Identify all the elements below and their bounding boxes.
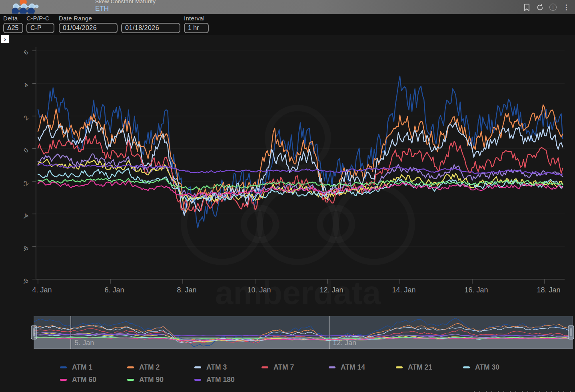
y-tick-label: 4: [22, 82, 30, 89]
legend-label: ATM 21: [408, 363, 432, 372]
legend-item-atm-1[interactable]: ATM 1: [60, 361, 127, 374]
legend-label: ATM 180: [206, 376, 235, 384]
legend-swatch: [262, 366, 268, 368]
x-tick-label: 14. Jan: [392, 286, 415, 294]
end-date-input[interactable]: 01/18/2026: [121, 23, 180, 33]
skew-line-chart: amberdata6420-2-4-6-84. Jan6. Jan8. Jan1…: [0, 40, 575, 312]
asset-name: ETH: [95, 5, 156, 12]
cp-label: C-P/P-C: [26, 15, 54, 22]
y-tick-label: -8: [21, 277, 30, 286]
legend-label: ATM 3: [206, 363, 227, 372]
watermark-text: amberdata: [215, 274, 381, 311]
amberdata-logo: [12, 0, 44, 14]
legend-item-atm-21[interactable]: ATM 21: [396, 361, 463, 374]
legend-swatch: [463, 366, 470, 368]
legend-label: ATM 2: [139, 363, 160, 372]
legend-label: ATM 30: [475, 363, 499, 372]
legend-swatch: [127, 379, 134, 381]
x-tick-label: 12. Jan: [319, 286, 343, 294]
x-tick-label: 16. Jan: [464, 286, 488, 294]
page-title: Skew Constant Maturity: [95, 0, 156, 4]
legend-item-atm-180[interactable]: ATM 180: [194, 374, 262, 386]
date-range-label: Date Range: [59, 15, 180, 22]
interval-label: Interval: [184, 15, 209, 22]
cp-filter: C-P/P-C C-P: [26, 15, 54, 33]
delta-label: Delta: [3, 15, 23, 22]
interval-filter: Interval 1 hr: [184, 15, 209, 33]
cp-select[interactable]: C-P: [26, 23, 54, 33]
date-range-filter: Date Range 01/04/2026 01/18/2026: [59, 15, 180, 33]
legend-swatch: [329, 366, 335, 368]
refresh-icon[interactable]: [535, 2, 545, 12]
skew-constant-maturity-page: { "header": { "title": "Skew Constant Ma…: [0, 0, 575, 392]
legend-label: ATM 7: [274, 363, 294, 372]
delta-select[interactable]: Δ25: [3, 23, 23, 33]
chart-navigator[interactable]: 5. Jan12. Jan: [0, 316, 575, 349]
legend-item-atm-2[interactable]: ATM 2: [127, 361, 194, 374]
interval-select[interactable]: 1 hr: [184, 23, 209, 33]
y-tick-label: -6: [21, 244, 30, 253]
x-tick-label: 6. Jan: [104, 286, 124, 294]
legend-label: ATM 14: [341, 363, 365, 372]
legend-item-atm-60[interactable]: ATM 60: [60, 374, 127, 386]
app-header: Skew Constant Maturity ETH ! ⋮: [0, 0, 575, 14]
legend-swatch: [194, 379, 201, 381]
y-tick-label: -4: [21, 212, 30, 221]
navigator-right-handle[interactable]: [568, 326, 574, 339]
series-atm-14[interactable]: [38, 154, 563, 199]
legend-swatch: [127, 366, 134, 368]
legend-item-atm-3[interactable]: ATM 3: [194, 361, 262, 374]
legend-item-atm-7[interactable]: ATM 7: [262, 361, 329, 374]
legend-label: ATM 1: [72, 363, 92, 372]
x-tick-label: 8. Jan: [177, 286, 196, 294]
legend-item-atm-90[interactable]: ATM 90: [127, 374, 194, 386]
navigator-left-handle[interactable]: [31, 326, 37, 339]
info-icon[interactable]: !: [548, 2, 558, 12]
legend-swatch: [194, 366, 201, 368]
legend-swatch: [396, 366, 403, 368]
legend-label: ATM 60: [72, 376, 96, 384]
y-tick-label: 2: [22, 114, 30, 121]
header-actions: ! ⋮: [522, 2, 571, 12]
navigator-tick-label: 5. Jan: [74, 339, 94, 347]
kebab-menu-icon[interactable]: ⋮: [561, 2, 571, 12]
legend-label: ATM 90: [139, 376, 164, 384]
start-date-input[interactable]: 01/04/2026: [59, 23, 118, 33]
x-tick-label: 10. Jan: [247, 286, 271, 294]
x-tick-label: 18. Jan: [537, 286, 560, 294]
chart-legend: ATM 1ATM 2ATM 3ATM 7ATM 14ATM 21ATM 30AT…: [60, 361, 564, 386]
y-tick-label: 0: [22, 147, 30, 154]
filter-bar: Delta Δ25 C-P/P-C C-P Date Range 01/04/2…: [0, 14, 575, 35]
legend-swatch: [60, 379, 67, 381]
legend-item-atm-14[interactable]: ATM 14: [329, 361, 396, 374]
y-tick-label: -2: [21, 179, 30, 188]
series-atm-1[interactable]: [38, 76, 563, 228]
x-tick-label: 4. Jan: [32, 286, 52, 294]
delta-filter: Delta Δ25: [3, 15, 23, 33]
bookmark-icon[interactable]: [522, 2, 531, 12]
legend-swatch: [60, 366, 67, 368]
y-tick-label: 6: [22, 49, 30, 56]
legend-item-atm-30[interactable]: ATM 30: [463, 361, 530, 374]
